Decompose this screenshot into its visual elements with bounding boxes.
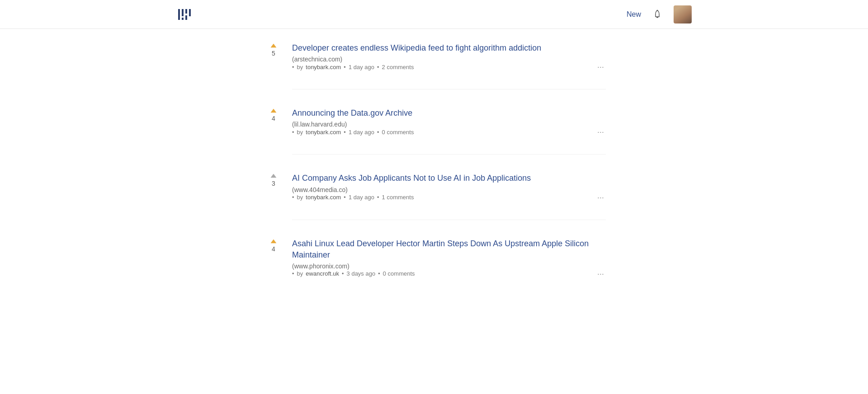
post-content: AI Company Asks Job Applicants Not to Us… xyxy=(292,173,606,201)
posts-list: 5 Developer creates endless Wikipedia fe… xyxy=(262,42,606,278)
post-domain: (www.phoronix.com) xyxy=(292,263,606,270)
post-time: 1 day ago xyxy=(349,194,374,201)
new-link[interactable]: New xyxy=(627,10,641,19)
post-author[interactable]: tonybark.com xyxy=(306,129,341,136)
post-domain: (www.404media.co) xyxy=(292,186,606,193)
post-divider xyxy=(292,220,606,220)
dot-separator: • xyxy=(378,270,380,277)
dot-separator: • xyxy=(344,194,346,201)
upvote-button[interactable] xyxy=(270,174,277,178)
vote-count: 5 xyxy=(272,50,275,57)
dot-separator: • xyxy=(292,270,294,277)
by-label: by xyxy=(297,129,303,136)
post-content: Asahi Linux Lead Developer Hector Martin… xyxy=(292,238,606,278)
svg-rect-4 xyxy=(182,18,184,20)
bell-icon[interactable] xyxy=(652,9,663,20)
vote-section: 4 xyxy=(262,108,285,122)
by-label: by xyxy=(297,270,303,277)
post-meta-actions: • by tonybark.com • 1 day ago • 1 commen… xyxy=(292,193,606,202)
by-label: by xyxy=(297,64,303,70)
svg-rect-5 xyxy=(185,15,187,20)
dot-separator: • xyxy=(342,270,344,277)
post-meta: • by tonybark.com • 1 day ago • 1 commen… xyxy=(292,194,414,201)
more-button[interactable]: ··· xyxy=(595,270,606,278)
post-author[interactable]: tonybark.com xyxy=(306,194,341,201)
post-meta: • by ewancroft.uk • 3 days ago • 0 comme… xyxy=(292,270,415,277)
logo-icon[interactable] xyxy=(176,5,194,23)
vote-section: 5 xyxy=(262,42,285,57)
post-comments[interactable]: 0 comments xyxy=(383,270,415,277)
dot-separator: • xyxy=(292,64,294,70)
dot-separator: • xyxy=(377,64,379,70)
svg-rect-0 xyxy=(178,9,180,20)
post-item: 3 AI Company Asks Job Applicants Not to … xyxy=(262,173,606,201)
post-content: Announcing the Data.gov Archive (lil.law… xyxy=(292,108,606,136)
post-meta: • by tonybark.com • 1 day ago • 2 commen… xyxy=(292,64,414,70)
avatar-image xyxy=(674,5,692,23)
logo-area xyxy=(176,5,194,23)
post-meta-actions: • by tonybark.com • 1 day ago • 2 commen… xyxy=(292,63,606,71)
post-title[interactable]: Announcing the Data.gov Archive xyxy=(292,108,412,117)
more-button[interactable]: ··· xyxy=(595,128,606,136)
upvote-button[interactable] xyxy=(270,108,277,113)
vote-section: 4 xyxy=(262,238,285,253)
by-label: by xyxy=(297,194,303,201)
svg-rect-3 xyxy=(189,9,191,16)
upvote-button[interactable] xyxy=(270,43,277,48)
svg-point-7 xyxy=(657,9,658,10)
dot-separator: • xyxy=(344,129,346,136)
header-right: New xyxy=(627,5,692,23)
post-time: 3 days ago xyxy=(347,270,376,277)
post-comments[interactable]: 2 comments xyxy=(382,64,414,70)
post-item: 4 Announcing the Data.gov Archive (lil.l… xyxy=(262,108,606,136)
vote-section: 3 xyxy=(262,173,285,187)
post-domain: (lil.law.harvard.edu) xyxy=(292,121,606,128)
more-button[interactable]: ··· xyxy=(595,63,606,71)
post-time: 1 day ago xyxy=(349,64,374,70)
vote-count: 4 xyxy=(272,245,275,253)
dot-separator: • xyxy=(377,194,379,201)
dot-separator: • xyxy=(292,129,294,136)
upvote-button[interactable] xyxy=(270,239,277,244)
post-meta-actions: • by ewancroft.uk • 3 days ago • 0 comme… xyxy=(292,270,606,278)
post-time: 1 day ago xyxy=(349,129,374,136)
post-meta-actions: • by tonybark.com • 1 day ago • 0 commen… xyxy=(292,128,606,136)
post-title[interactable]: AI Company Asks Job Applicants Not to Us… xyxy=(292,174,531,183)
dot-separator: • xyxy=(344,64,346,70)
post-author[interactable]: ewancroft.uk xyxy=(306,270,339,277)
post-divider xyxy=(292,89,606,89)
post-author[interactable]: tonybark.com xyxy=(306,64,341,70)
vote-count: 3 xyxy=(272,180,275,187)
post-comments[interactable]: 1 comments xyxy=(382,194,414,201)
post-comments[interactable]: 0 comments xyxy=(382,129,414,136)
header: New xyxy=(0,0,868,29)
vote-count: 4 xyxy=(272,115,275,122)
svg-rect-2 xyxy=(185,9,187,14)
post-content: Developer creates endless Wikipedia feed… xyxy=(292,42,606,71)
avatar[interactable] xyxy=(674,5,692,23)
post-title[interactable]: Developer creates endless Wikipedia feed… xyxy=(292,43,541,52)
post-item: 4 Asahi Linux Lead Developer Hector Mart… xyxy=(262,238,606,278)
dot-separator: • xyxy=(292,194,294,201)
svg-rect-1 xyxy=(182,9,184,16)
more-button[interactable]: ··· xyxy=(595,193,606,202)
post-item: 5 Developer creates endless Wikipedia fe… xyxy=(262,42,606,71)
post-meta: • by tonybark.com • 1 day ago • 0 commen… xyxy=(292,129,414,136)
post-title[interactable]: Asahi Linux Lead Developer Hector Martin… xyxy=(292,239,589,259)
svg-rect-6 xyxy=(656,17,658,18)
dot-separator: • xyxy=(377,129,379,136)
main-content: 5 Developer creates endless Wikipedia fe… xyxy=(262,29,606,310)
post-domain: (arstechnica.com) xyxy=(292,56,606,63)
post-divider xyxy=(292,154,606,155)
